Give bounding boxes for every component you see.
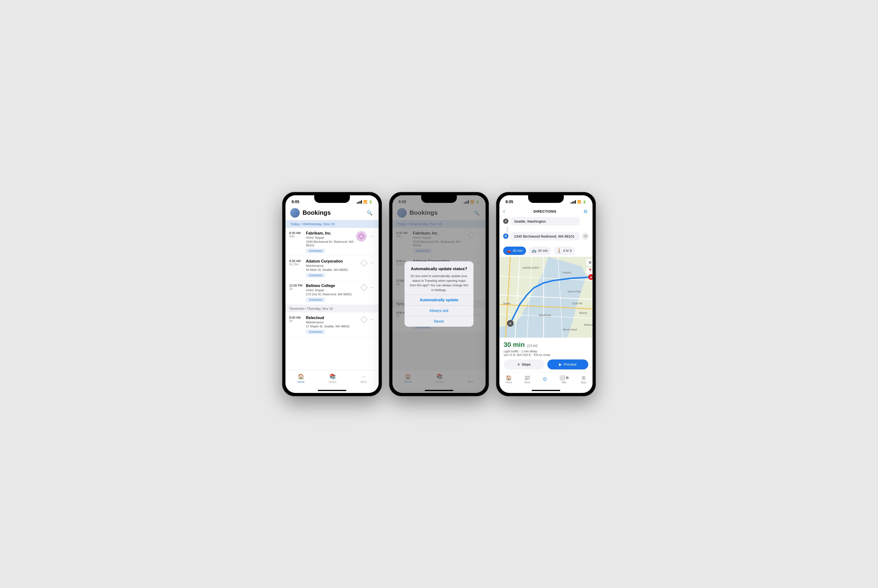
- phone-1: 8:05 📶 🔋 Bookings �: [282, 192, 382, 396]
- booking-actions-3: ···: [360, 284, 375, 291]
- booking-details-1: Fabrikam, Inc. HVAC Repair 2345 Birchwoo…: [306, 231, 354, 253]
- maps-nav-cortana[interactable]: ⊙: [540, 376, 550, 383]
- map-eta: 30 min (13 mi): [504, 341, 588, 348]
- walk-icon: 🚶: [557, 249, 562, 253]
- signal-icon: [357, 200, 362, 204]
- date-header-1: Today • Wednesday, Nov 15: [285, 220, 379, 228]
- booking-icon-2[interactable]: [360, 259, 368, 267]
- route-car[interactable]: 🚗 30 min: [503, 247, 526, 255]
- maps-news-icon: 📰: [524, 375, 530, 381]
- booking-icon-1[interactable]: [356, 231, 366, 242]
- nav-library-label-1: Library: [329, 380, 336, 383]
- map-traffic: Light traffic · 1 min delay via I-5 N, W…: [504, 350, 588, 357]
- time-3: 8:05: [506, 200, 513, 204]
- booking-item-2[interactable]: 9:30 AM 2h 15m Adatum Corporation Mainte…: [285, 256, 379, 280]
- dialog-btn-never[interactable]: Never: [405, 316, 473, 327]
- preview-button[interactable]: ▶ Preview: [547, 360, 588, 369]
- maps-home-icon: 🏠: [506, 375, 512, 381]
- steps-icon: ≡: [518, 362, 519, 366]
- svg-text:Mercer Island: Mercer Island: [563, 328, 577, 331]
- app-header-1: Bookings 🔍: [285, 207, 379, 220]
- booking-details-3: Bellows College HVAC Repair 273 2nd St, …: [306, 284, 359, 302]
- battery-icon: 🔋: [369, 200, 372, 204]
- svg-text:Clyde Hill: Clyde Hill: [572, 302, 582, 305]
- route-dots: [504, 227, 510, 232]
- more-button-t1[interactable]: ···: [369, 316, 375, 323]
- more-button-1[interactable]: ···: [369, 233, 375, 240]
- status-badge-3: Scheduled: [306, 297, 325, 302]
- maps-tabs-icon: ⬜: [559, 375, 565, 380]
- status-badge-t1: Scheduled: [306, 330, 325, 334]
- swap-button[interactable]: ↺: [582, 233, 589, 240]
- signal-icon-3: [571, 200, 576, 204]
- library-icon-1: 📚: [329, 374, 336, 380]
- booking-list-1: 8:30 AM 30m Fabrikam, Inc. HVAC Repair 2…: [285, 228, 379, 370]
- dialog-message: Do you want to automatically update your…: [409, 274, 469, 292]
- maps-nav-home-label: Home: [506, 381, 512, 384]
- destination-input[interactable]: 2345 Birchwood Redmond, WA 98101: [511, 232, 580, 240]
- svg-text:B: B: [590, 276, 592, 279]
- maps-nav-apps[interactable]: ⊞ Apps: [578, 374, 590, 384]
- maps-bottom-nav: 🏠 Home 📰 News ⊙ ⬜ 4 Tabs: [499, 372, 593, 390]
- status-icons-1: 📶 🔋: [357, 200, 372, 204]
- maps-nav-news[interactable]: 📰 News: [521, 374, 534, 384]
- dialog-title: Automatically update status?: [409, 267, 469, 271]
- dialog-btn-always-ask[interactable]: Always ask: [405, 305, 473, 316]
- booking-actions-2: ···: [360, 259, 375, 267]
- svg-text:Yarrow Point: Yarrow Point: [567, 290, 581, 293]
- status-badge-2: Scheduled: [306, 273, 325, 278]
- svg-text:Bellevue: Bellevue: [584, 324, 593, 326]
- svg-text:📍: 📍: [588, 268, 593, 273]
- booking-details-2: Adatum Corporation Maintenance 54 Main S…: [306, 259, 359, 278]
- notch: [314, 195, 350, 203]
- booking-icon-t1[interactable]: [360, 316, 368, 323]
- route-transit[interactable]: 🚌 34 min: [528, 247, 551, 255]
- dialog-content: Automatically update status? Do you want…: [405, 261, 473, 295]
- svg-text:Medina: Medina: [579, 312, 587, 314]
- route-walk[interactable]: 🚶 4 hr 9: [554, 247, 575, 255]
- booking-time-t1: 8:00 AM 2h: [289, 316, 306, 322]
- booking-item-3[interactable]: 12:00 PM 2d Bellows College HVAC Repair …: [285, 280, 379, 305]
- more-button-2[interactable]: ···: [369, 260, 375, 266]
- wifi-icon: 📶: [363, 200, 367, 204]
- route-transit-time: 34 min: [538, 249, 548, 252]
- wifi-icon-3: 📶: [577, 200, 581, 204]
- nav-home-label-1: Home: [297, 380, 305, 383]
- maps-back-button[interactable]: ‹: [503, 208, 505, 214]
- dialog-box: Automatically update status? Do you want…: [405, 261, 473, 327]
- search-button-1[interactable]: 🔍: [365, 208, 374, 217]
- maps-nav-tabs[interactable]: ⬜ 4 Tabs: [556, 374, 572, 384]
- bottom-nav-1: 🏠 Home 📚 Library ··· More: [285, 370, 379, 390]
- booking-item-tomorrow-1[interactable]: 8:00 AM 2h Relecloud Maintenance 17 Mapl…: [285, 312, 379, 337]
- nav-library-1[interactable]: 📚 Library: [324, 372, 341, 384]
- nav-more-1[interactable]: ··· More: [356, 372, 371, 384]
- nav-home-1[interactable]: 🏠 Home: [293, 372, 309, 384]
- svg-text:Kirkland: Kirkland: [563, 271, 571, 274]
- booking-actions-t1: ···: [360, 316, 375, 323]
- time-1: 8:05: [292, 200, 299, 204]
- app-title-1: Bookings: [303, 209, 365, 216]
- maps-cortana-icon: ⊙: [543, 376, 547, 382]
- svg-text:⊞: ⊞: [589, 260, 591, 264]
- map-view[interactable]: A B LAURELHURST Kirkland Yarrow Point Cl…: [499, 257, 593, 338]
- map-buttons: ≡ Steps ▶ Preview: [504, 360, 588, 369]
- origin-input[interactable]: Seattle, Washington: [511, 217, 580, 225]
- tabs-count-badge: 4: [566, 376, 569, 379]
- svg-text:MADRONA: MADRONA: [539, 314, 551, 317]
- dialog-btn-auto-update[interactable]: Automatically update: [405, 295, 473, 305]
- svg-text:LAURELHURST: LAURELHURST: [522, 267, 540, 269]
- map-distance: (13 mi): [527, 344, 537, 348]
- nav-more-label-1: More: [360, 380, 366, 383]
- booking-icon-3[interactable]: [360, 284, 368, 291]
- maps-nav-tabs-label: Tabs: [561, 381, 566, 384]
- car-icon: 🚗: [506, 249, 511, 253]
- tomorrow-header-1: Tomorrow • Thursday, Nov 16: [285, 305, 379, 312]
- filter-button[interactable]: ⊟: [582, 208, 589, 215]
- steps-button[interactable]: ≡ Steps: [504, 360, 545, 369]
- maps-nav-home[interactable]: 🏠 Home: [502, 374, 515, 384]
- route-car-time: 30 min: [513, 249, 523, 252]
- more-button-3[interactable]: ···: [369, 284, 375, 291]
- maps-header: ‹ DIRECTIONS ⊟ A Seattle, Washington: [499, 207, 593, 245]
- booking-time-1: 8:30 AM 30m: [289, 231, 306, 238]
- booking-item-1[interactable]: 8:30 AM 30m Fabrikam, Inc. HVAC Repair 2…: [285, 228, 379, 256]
